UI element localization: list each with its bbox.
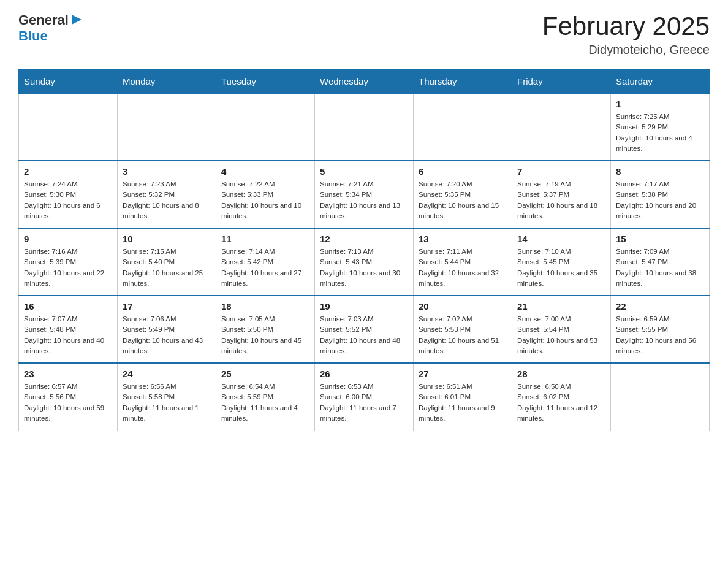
- calendar-cell: 28Sunrise: 6:50 AM Sunset: 6:02 PM Dayli…: [512, 363, 611, 431]
- day-info: Sunrise: 7:06 AM Sunset: 5:49 PM Dayligh…: [123, 314, 211, 356]
- day-number: 16: [24, 301, 112, 312]
- calendar-cell: 17Sunrise: 7:06 AM Sunset: 5:49 PM Dayli…: [118, 296, 216, 363]
- day-info: Sunrise: 7:09 AM Sunset: 5:47 PM Dayligh…: [616, 247, 704, 289]
- calendar-cell: 12Sunrise: 7:13 AM Sunset: 5:43 PM Dayli…: [315, 228, 414, 296]
- logo-blue-text: Blue: [18, 28, 48, 44]
- calendar-table: SundayMondayTuesdayWednesdayThursdayFrid…: [18, 69, 710, 431]
- calendar-cell: 8Sunrise: 7:17 AM Sunset: 5:38 PM Daylig…: [611, 161, 710, 228]
- day-info: Sunrise: 7:05 AM Sunset: 5:50 PM Dayligh…: [221, 314, 309, 356]
- calendar-cell: [512, 93, 611, 161]
- day-number: 10: [123, 234, 211, 244]
- day-info: Sunrise: 7:23 AM Sunset: 5:32 PM Dayligh…: [123, 179, 211, 221]
- day-info: Sunrise: 7:07 AM Sunset: 5:48 PM Dayligh…: [24, 314, 112, 356]
- day-number: 7: [517, 166, 605, 177]
- day-info: Sunrise: 7:03 AM Sunset: 5:52 PM Dayligh…: [320, 314, 408, 356]
- calendar-cell: 22Sunrise: 6:59 AM Sunset: 5:55 PM Dayli…: [611, 296, 710, 363]
- location-title: Didymoteicho, Greece: [542, 43, 710, 57]
- day-number: 18: [221, 301, 309, 312]
- day-info: Sunrise: 6:57 AM Sunset: 5:56 PM Dayligh…: [24, 381, 112, 424]
- day-number: 12: [320, 234, 408, 244]
- day-info: Sunrise: 7:02 AM Sunset: 5:53 PM Dayligh…: [419, 314, 507, 356]
- weekday-header-saturday: Saturday: [611, 70, 710, 94]
- day-number: 19: [320, 301, 408, 312]
- calendar-cell: [118, 93, 216, 161]
- day-info: Sunrise: 6:54 AM Sunset: 5:59 PM Dayligh…: [221, 381, 309, 424]
- month-title: February 2025: [542, 12, 710, 40]
- calendar-cell: 10Sunrise: 7:15 AM Sunset: 5:40 PM Dayli…: [118, 228, 216, 296]
- calendar-cell: 20Sunrise: 7:02 AM Sunset: 5:53 PM Dayli…: [414, 296, 512, 363]
- calendar-cell: 19Sunrise: 7:03 AM Sunset: 5:52 PM Dayli…: [315, 296, 414, 363]
- calendar-cell: 21Sunrise: 7:00 AM Sunset: 5:54 PM Dayli…: [512, 296, 611, 363]
- weekday-header-friday: Friday: [512, 70, 611, 94]
- day-info: Sunrise: 7:00 AM Sunset: 5:54 PM Dayligh…: [517, 314, 605, 356]
- calendar-cell: 27Sunrise: 6:51 AM Sunset: 6:01 PM Dayli…: [414, 363, 512, 431]
- calendar-cell: 6Sunrise: 7:20 AM Sunset: 5:35 PM Daylig…: [414, 161, 512, 228]
- day-info: Sunrise: 7:19 AM Sunset: 5:37 PM Dayligh…: [517, 179, 605, 221]
- calendar-cell: [611, 363, 710, 431]
- day-info: Sunrise: 7:20 AM Sunset: 5:35 PM Dayligh…: [419, 179, 507, 221]
- calendar-cell: 15Sunrise: 7:09 AM Sunset: 5:47 PM Dayli…: [611, 228, 710, 296]
- svg-marker-0: [72, 15, 82, 25]
- day-number: 26: [320, 369, 408, 379]
- day-number: 6: [419, 166, 507, 177]
- calendar-cell: 2Sunrise: 7:24 AM Sunset: 5:30 PM Daylig…: [19, 161, 118, 228]
- calendar-cell: 16Sunrise: 7:07 AM Sunset: 5:48 PM Dayli…: [19, 296, 118, 363]
- calendar-cell: [19, 93, 118, 161]
- day-number: 24: [123, 369, 211, 379]
- day-info: Sunrise: 6:59 AM Sunset: 5:55 PM Dayligh…: [616, 314, 704, 356]
- day-number: 11: [221, 234, 309, 244]
- calendar-cell: 11Sunrise: 7:14 AM Sunset: 5:42 PM Dayli…: [216, 228, 315, 296]
- calendar-cell: 7Sunrise: 7:19 AM Sunset: 5:37 PM Daylig…: [512, 161, 611, 228]
- calendar-cell: 25Sunrise: 6:54 AM Sunset: 5:59 PM Dayli…: [216, 363, 315, 431]
- weekday-header-tuesday: Tuesday: [216, 70, 315, 94]
- weekday-header-row: SundayMondayTuesdayWednesdayThursdayFrid…: [19, 70, 710, 94]
- day-info: Sunrise: 7:16 AM Sunset: 5:39 PM Dayligh…: [24, 247, 112, 289]
- calendar-week-row: 1Sunrise: 7:25 AM Sunset: 5:29 PM Daylig…: [19, 93, 710, 161]
- day-info: Sunrise: 7:15 AM Sunset: 5:40 PM Dayligh…: [123, 247, 211, 289]
- calendar-cell: [315, 93, 414, 161]
- logo-arrow-icon: [70, 13, 83, 26]
- day-number: 2: [24, 166, 112, 177]
- weekday-header-thursday: Thursday: [414, 70, 512, 94]
- calendar-cell: 26Sunrise: 6:53 AM Sunset: 6:00 PM Dayli…: [315, 363, 414, 431]
- day-number: 13: [419, 234, 507, 244]
- day-number: 14: [517, 234, 605, 244]
- day-info: Sunrise: 7:13 AM Sunset: 5:43 PM Dayligh…: [320, 247, 408, 289]
- weekday-header-sunday: Sunday: [19, 70, 118, 94]
- logo: General Blue: [18, 12, 83, 44]
- day-info: Sunrise: 7:14 AM Sunset: 5:42 PM Dayligh…: [221, 247, 309, 289]
- calendar-cell: 9Sunrise: 7:16 AM Sunset: 5:39 PM Daylig…: [19, 228, 118, 296]
- calendar-cell: 3Sunrise: 7:23 AM Sunset: 5:32 PM Daylig…: [118, 161, 216, 228]
- day-info: Sunrise: 7:21 AM Sunset: 5:34 PM Dayligh…: [320, 179, 408, 221]
- calendar-cell: [216, 93, 315, 161]
- calendar-week-row: 2Sunrise: 7:24 AM Sunset: 5:30 PM Daylig…: [19, 161, 710, 228]
- calendar-cell: 24Sunrise: 6:56 AM Sunset: 5:58 PM Dayli…: [118, 363, 216, 431]
- calendar-cell: 14Sunrise: 7:10 AM Sunset: 5:45 PM Dayli…: [512, 228, 611, 296]
- day-info: Sunrise: 7:17 AM Sunset: 5:38 PM Dayligh…: [616, 179, 704, 221]
- day-number: 20: [419, 301, 507, 312]
- calendar-week-row: 9Sunrise: 7:16 AM Sunset: 5:39 PM Daylig…: [19, 228, 710, 296]
- day-number: 21: [517, 301, 605, 312]
- calendar-cell: [414, 93, 512, 161]
- calendar-cell: 4Sunrise: 7:22 AM Sunset: 5:33 PM Daylig…: [216, 161, 315, 228]
- day-number: 5: [320, 166, 408, 177]
- logo-general-text: General: [18, 12, 69, 28]
- calendar-cell: 13Sunrise: 7:11 AM Sunset: 5:44 PM Dayli…: [414, 228, 512, 296]
- calendar-cell: 23Sunrise: 6:57 AM Sunset: 5:56 PM Dayli…: [19, 363, 118, 431]
- day-number: 3: [123, 166, 211, 177]
- weekday-header-wednesday: Wednesday: [315, 70, 414, 94]
- day-info: Sunrise: 7:11 AM Sunset: 5:44 PM Dayligh…: [419, 247, 507, 289]
- weekday-header-monday: Monday: [118, 70, 216, 94]
- day-number: 17: [123, 301, 211, 312]
- page-header: General Blue February 2025 Didymoteicho,…: [18, 12, 710, 57]
- day-info: Sunrise: 6:56 AM Sunset: 5:58 PM Dayligh…: [123, 381, 211, 424]
- calendar-cell: 5Sunrise: 7:21 AM Sunset: 5:34 PM Daylig…: [315, 161, 414, 228]
- day-info: Sunrise: 6:51 AM Sunset: 6:01 PM Dayligh…: [419, 381, 507, 424]
- day-info: Sunrise: 7:10 AM Sunset: 5:45 PM Dayligh…: [517, 247, 605, 289]
- calendar-week-row: 23Sunrise: 6:57 AM Sunset: 5:56 PM Dayli…: [19, 363, 710, 431]
- day-info: Sunrise: 6:50 AM Sunset: 6:02 PM Dayligh…: [517, 381, 605, 424]
- day-info: Sunrise: 7:25 AM Sunset: 5:29 PM Dayligh…: [616, 112, 704, 154]
- calendar-cell: 1Sunrise: 7:25 AM Sunset: 5:29 PM Daylig…: [611, 93, 710, 161]
- day-number: 4: [221, 166, 309, 177]
- day-number: 28: [517, 369, 605, 379]
